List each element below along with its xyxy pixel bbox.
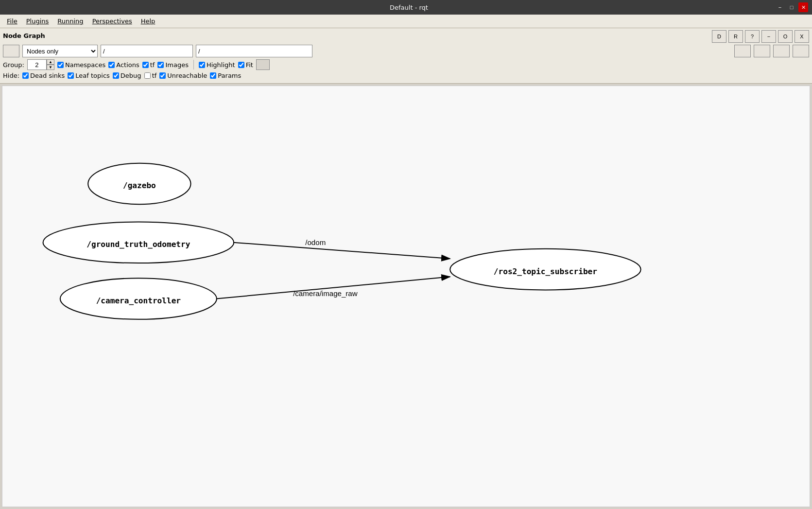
- top-right-btn2[interactable]: [754, 45, 770, 57]
- dead-sinks-checkbox[interactable]: [22, 72, 29, 79]
- unreachable-text: Unreachable: [167, 72, 207, 79]
- images-label: Images: [165, 61, 189, 69]
- params-label[interactable]: Params: [210, 72, 241, 79]
- spinner-down[interactable]: ▼: [47, 65, 54, 70]
- namespaces-label: Namespaces: [65, 61, 105, 69]
- title-bar: Default - rqt − □ ✕: [0, 0, 812, 15]
- unreachable-label[interactable]: Unreachable: [159, 72, 207, 79]
- group-label: Group:: [3, 61, 24, 69]
- dead-sinks-text: Dead sinks: [30, 72, 65, 79]
- leaf-topics-checkbox[interactable]: [68, 72, 74, 79]
- x-button[interactable]: X: [795, 30, 809, 43]
- fit-checkbox-label[interactable]: Fit: [238, 61, 253, 69]
- highlight-label: Highlight: [207, 61, 235, 69]
- top-right-btn3[interactable]: [773, 45, 790, 57]
- ground-truth-label: /ground_truth_odometry: [86, 240, 190, 249]
- params-checkbox[interactable]: [210, 72, 216, 79]
- spinner-controls: ▲ ▼: [47, 59, 54, 70]
- menu-file[interactable]: File: [3, 17, 21, 26]
- node-graph-label: Node Graph: [3, 32, 45, 39]
- namespaces-checkbox-label[interactable]: Namespaces: [57, 61, 105, 69]
- group-spinner: ▲ ▼: [27, 59, 54, 70]
- toolbar-area: Node Graph D R ? − O X Nodes only Nodes/…: [0, 28, 812, 84]
- separator1: [193, 60, 194, 70]
- toolbar-label-row: Node Graph D R ? − O X: [3, 30, 809, 43]
- group-value-input[interactable]: [27, 59, 47, 70]
- graph-canvas[interactable]: /gazebo /ground_truth_odometry /camera_c…: [2, 86, 810, 507]
- actions-checkbox-label[interactable]: Actions: [108, 61, 139, 69]
- gazebo-label: /gazebo: [123, 181, 156, 191]
- highlight-checkbox-label[interactable]: Highlight: [199, 61, 235, 69]
- highlight-checkbox[interactable]: [199, 62, 205, 68]
- refresh-button[interactable]: [3, 45, 19, 57]
- window-title: Default - rqt: [43, 4, 775, 11]
- images-checkbox[interactable]: [157, 62, 164, 68]
- d-button[interactable]: D: [712, 30, 726, 43]
- actions-checkbox[interactable]: [108, 62, 115, 68]
- hide-row: Hide: Dead sinks Leaf topics Debug tf Un…: [3, 72, 809, 79]
- debug-label[interactable]: Debug: [113, 72, 141, 79]
- question-button[interactable]: ?: [745, 30, 760, 43]
- maximize-button[interactable]: □: [787, 2, 796, 12]
- close-button[interactable]: ✕: [798, 2, 808, 12]
- menu-running[interactable]: Running: [53, 17, 87, 26]
- ros2-subscriber-label: /ros2_topic_subscriber: [494, 267, 597, 276]
- graph-svg: /gazebo /ground_truth_odometry /camera_c…: [2, 86, 810, 507]
- camera-image-label: /camera/image_raw: [293, 290, 358, 298]
- minimize-button[interactable]: −: [775, 2, 785, 12]
- fit-checkbox[interactable]: [238, 62, 244, 68]
- tf-label: tf: [150, 61, 155, 69]
- camera-controller-label: /camera_controller: [96, 296, 181, 305]
- namespaces-checkbox[interactable]: [57, 62, 64, 68]
- fit-label: Fit: [246, 61, 253, 69]
- debug-text: Debug: [121, 72, 141, 79]
- view-mode-select[interactable]: Nodes only Nodes/Topics (all) Nodes/Topi…: [22, 45, 98, 57]
- options-row: Group: ▲ ▼ Namespaces Actions tf: [3, 59, 809, 70]
- r-button[interactable]: R: [728, 30, 743, 43]
- hide-label: Hide:: [3, 72, 19, 79]
- actions-label: Actions: [116, 61, 139, 69]
- main-content: File Plugins Running Perspectives Help N…: [0, 15, 812, 509]
- filter2-input[interactable]: [196, 45, 312, 57]
- filter-row: Nodes only Nodes/Topics (all) Nodes/Topi…: [3, 45, 809, 57]
- tf-checkbox[interactable]: [142, 62, 149, 68]
- menu-plugins[interactable]: Plugins: [22, 17, 53, 26]
- title-controls: − □ ✕: [775, 2, 808, 12]
- top-right-btn1[interactable]: [734, 45, 751, 57]
- color-swatch[interactable]: [256, 59, 270, 70]
- nodes-only-combo-wrapper: Nodes only Nodes/Topics (all) Nodes/Topi…: [22, 45, 98, 57]
- dash-button[interactable]: −: [761, 30, 776, 43]
- menu-help[interactable]: Help: [137, 17, 159, 26]
- menu-perspectives[interactable]: Perspectives: [88, 17, 136, 26]
- tf2-label[interactable]: tf: [144, 72, 157, 79]
- leaf-topics-label[interactable]: Leaf topics: [68, 72, 110, 79]
- dead-sinks-label[interactable]: Dead sinks: [22, 72, 65, 79]
- params-text: Params: [218, 72, 241, 79]
- tf2-checkbox[interactable]: [144, 72, 151, 79]
- debug-checkbox[interactable]: [113, 72, 119, 79]
- spinner-up[interactable]: ▲: [47, 59, 54, 65]
- unreachable-checkbox[interactable]: [159, 72, 166, 79]
- menu-bar: File Plugins Running Perspectives Help: [0, 15, 812, 28]
- leaf-topics-text: Leaf topics: [75, 72, 110, 79]
- images-checkbox-label[interactable]: Images: [157, 61, 189, 69]
- top-right-buttons: D R ? − O X: [712, 30, 809, 43]
- odom-edge: [233, 243, 450, 259]
- tf2-text: tf: [152, 72, 157, 79]
- filter1-input[interactable]: [101, 45, 193, 57]
- top-right-btn4[interactable]: [793, 45, 809, 57]
- odom-label: /odom: [305, 238, 326, 246]
- o-button[interactable]: O: [778, 30, 793, 43]
- tf-checkbox-label[interactable]: tf: [142, 61, 155, 69]
